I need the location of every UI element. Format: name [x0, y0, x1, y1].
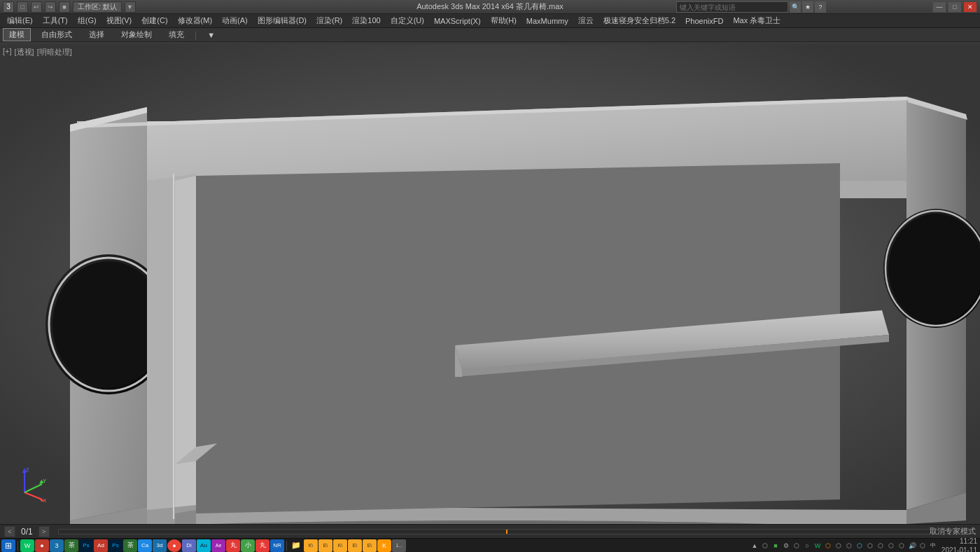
taskbar-dia[interactable]: Di	[182, 539, 196, 552]
taskbar-tea2[interactable]: 茶	[123, 539, 137, 552]
menu-customize[interactable]: 自定义(U)	[386, 15, 428, 27]
clock-date: 2021-01-11	[941, 546, 977, 553]
menu-modifier[interactable]: 修改器(M)	[174, 15, 217, 27]
search-input[interactable]	[676, 1, 788, 13]
tray-icon-13[interactable]: ⬡	[897, 541, 906, 551]
svg-line-39	[24, 484, 42, 492]
menu-render100[interactable]: 渲染100	[348, 15, 384, 27]
taskbar-folder1[interactable]: 📁	[289, 539, 303, 552]
workspace-dropdown[interactable]: ▼	[125, 1, 136, 13]
timeline-scrubber[interactable]	[58, 529, 973, 534]
viewport[interactable]: [+] [透视] [明暗处理]	[0, 44, 980, 524]
menu-security[interactable]: 极速寝身安全归档5.2	[599, 15, 680, 27]
menu-tools[interactable]: 工具(T)	[38, 15, 72, 27]
tray-icon-6[interactable]: ⬡	[823, 541, 833, 551]
tray-lang[interactable]: 中	[928, 541, 938, 551]
taskbar-autocad[interactable]: Ad	[94, 539, 108, 552]
app-icon[interactable]: 3	[3, 1, 14, 13]
viewport-view-mode[interactable]: [透视]	[15, 47, 34, 57]
menu-create[interactable]: 创建(C)	[137, 15, 172, 27]
model-svg	[0, 44, 980, 524]
taskbar-folder-k2[interactable]: K\	[333, 539, 347, 552]
menu-group[interactable]: 组(G)	[74, 15, 101, 27]
frame-next-button[interactable]: >	[38, 526, 50, 537]
maximize-button[interactable]: □	[948, 1, 962, 13]
minimize-button[interactable]: —	[932, 1, 946, 13]
menu-edit[interactable]: 编辑(E)	[3, 15, 37, 27]
tray-arrow[interactable]: ▲	[750, 541, 760, 551]
tray-icon-8[interactable]: ⬡	[844, 541, 854, 551]
taskbar-nr[interactable]: NR	[270, 539, 284, 552]
toolbar-icon-4[interactable]: ■	[59, 1, 70, 13]
viewport-info: [+] [透视] [明暗处理]	[3, 47, 72, 57]
star-icon[interactable]: ★	[802, 1, 813, 13]
menu-antivirus[interactable]: Max 杀毒卫士	[729, 15, 785, 27]
title-bar-title: Autodesk 3ds Max 2014 x64 茶几有椅.max	[416, 1, 564, 12]
taskbar-klist[interactable]: K	[377, 539, 391, 552]
time-display[interactable]: 11:21 2021-01-11	[941, 537, 977, 553]
close-button[interactable]: ✕	[963, 1, 977, 13]
viewport-plus[interactable]: [+]	[3, 47, 12, 57]
subtool-modeling[interactable]: 建模	[3, 28, 31, 41]
scene-canvas: Z X Y	[0, 44, 980, 524]
menu-view[interactable]: 视图(V)	[102, 15, 136, 27]
tray-icon-10[interactable]: ⬡	[865, 541, 875, 551]
subtool-extra[interactable]: ▼	[201, 29, 221, 41]
menu-cloud[interactable]: 渲云	[574, 15, 598, 27]
taskbar-wechat[interactable]: W	[20, 539, 34, 552]
subtool-freeform[interactable]: 自由形式	[35, 28, 78, 41]
taskbar-ae[interactable]: Ae	[211, 539, 225, 552]
tray-network[interactable]: ⬡	[918, 541, 927, 551]
menu-maxscript[interactable]: MAXScript(X)	[430, 16, 485, 26]
menu-animation[interactable]: 动画(A)	[218, 15, 252, 27]
title-bar: 3 □ ↩ ↪ ■ 工作区: 默认 ▼ Autodesk 3ds Max 201…	[0, 0, 980, 14]
viewport-shading[interactable]: [明暗处理]	[37, 47, 72, 57]
taskbar-folder-k1[interactable]: K\	[304, 539, 318, 552]
tray-icon-4[interactable]: ⬡	[792, 541, 802, 551]
tray-icon-11[interactable]: ⬡	[876, 541, 886, 551]
taskbar-browser[interactable]: ●	[35, 539, 49, 552]
toolbar-icon-1[interactable]: □	[17, 1, 28, 13]
menu-phoenixfd[interactable]: PhoenixFD	[681, 16, 727, 26]
menu-help[interactable]: 帮助(H)	[486, 15, 521, 27]
toolbar-icon-3[interactable]: ↪	[45, 1, 56, 13]
taskbar-folder-e1[interactable]: E\	[318, 539, 332, 552]
taskbar-3dsmax[interactable]: 3	[50, 539, 64, 552]
taskbar-photoshop2[interactable]: Ps	[108, 539, 122, 552]
taskbar-folder-e2[interactable]: E\	[348, 539, 362, 552]
taskbar-audition[interactable]: Au	[197, 539, 211, 552]
tray-icon-5[interactable]: ○	[802, 541, 812, 551]
taskbar-photoshop[interactable]: Ps	[79, 539, 93, 552]
tray-wechat[interactable]: W	[813, 541, 822, 551]
search-icon[interactable]: 🔍	[790, 1, 801, 13]
status-bar-right[interactable]: 取消专家模式	[930, 526, 976, 537]
taskbar-xmind1[interactable]: 丸	[226, 539, 240, 552]
taskbar-3dsmax2[interactable]: 3d	[153, 539, 167, 552]
subtool-object-paint[interactable]: 对象绘制	[115, 28, 158, 41]
help-icon[interactable]: ?	[815, 1, 826, 13]
menu-maxmummy[interactable]: MaxMummy	[522, 16, 573, 26]
tray-icon-12[interactable]: ⬡	[886, 541, 896, 551]
menu-graph-editor[interactable]: 图形编辑器(D)	[253, 15, 311, 27]
taskbar-note[interactable]: 丸	[255, 539, 270, 552]
taskbar-xmind2[interactable]: 小	[241, 539, 255, 552]
tray-icon-9[interactable]: ⬡	[855, 541, 864, 551]
subtool-select[interactable]: 选择	[83, 28, 111, 41]
subtool-populate[interactable]: 填充	[162, 28, 190, 41]
taskbar-app1[interactable]: 1...	[392, 539, 406, 552]
tray-volume[interactable]: 🔊	[907, 541, 917, 551]
tray-icon-1[interactable]: ⬡	[760, 541, 770, 551]
taskbar-chrome[interactable]: ●	[167, 539, 181, 552]
taskbar: ⊞ W ● 3 茶 Ps Ad Ps 茶 Ca 3d ● Di Au Ae 丸 …	[0, 538, 980, 552]
tray-icon-3[interactable]: ⚙	[781, 541, 791, 551]
taskbar-tea1[interactable]: 茶	[64, 539, 78, 552]
toolbar-icon-2[interactable]: ↩	[31, 1, 42, 13]
workspace-selector[interactable]: 工作区: 默认	[73, 1, 122, 13]
tray-icon-7[interactable]: ⬡	[834, 541, 844, 551]
menu-render[interactable]: 渲染(R)	[312, 15, 346, 27]
tray-icon-2[interactable]: ■	[771, 541, 780, 551]
start-button[interactable]: ⊞	[1, 539, 15, 552]
taskbar-folder-e3[interactable]: E\	[363, 539, 377, 552]
taskbar-camtasia[interactable]: Ca	[138, 539, 152, 552]
frame-prev-button[interactable]: <	[4, 526, 15, 537]
